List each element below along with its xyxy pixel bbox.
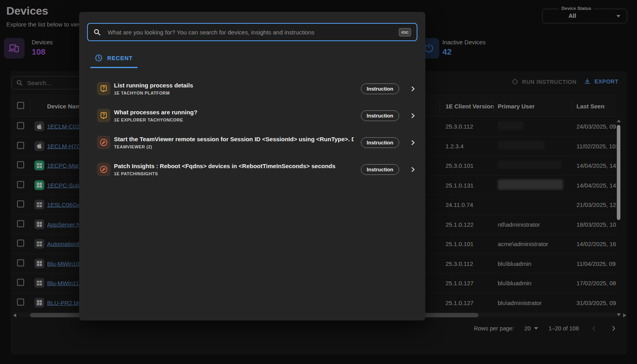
- chevron-right-icon[interactable]: [410, 167, 416, 173]
- result-title: Patch Insights : Reboot <Fqdns> devices …: [114, 163, 354, 169]
- result-type-badge: Instruction: [361, 164, 399, 175]
- chevron-right-icon[interactable]: [410, 140, 416, 146]
- global-search-field[interactable]: esc: [87, 23, 417, 41]
- tab-active-indicator: [90, 67, 138, 68]
- result-category: 1E EXPLORER TACHYONCORE: [114, 118, 354, 122]
- result-title: Start the TeamViewer remote session for …: [114, 136, 354, 142]
- search-icon: [93, 28, 101, 36]
- tab-recent-label: RECENT: [107, 55, 133, 61]
- recent-results-list: ? List running process details 1E TACHYO…: [79, 75, 425, 183]
- question-bubble-icon: ?: [97, 82, 110, 95]
- esc-key-hint: esc: [399, 28, 411, 36]
- wrench-icon: [97, 136, 110, 149]
- search-result-item[interactable]: Start the TeamViewer remote session for …: [97, 129, 416, 156]
- wrench-icon: [97, 163, 110, 176]
- global-search-input[interactable]: [107, 28, 399, 36]
- svg-text:?: ?: [102, 85, 105, 90]
- svg-text:?: ?: [102, 112, 105, 117]
- search-result-item[interactable]: ? List running process details 1E TACHYO…: [97, 75, 416, 102]
- tab-recent[interactable]: RECENT: [95, 54, 133, 62]
- question-bubble-icon: ?: [97, 109, 110, 122]
- global-search-modal: esc RECENT ? List running process detail…: [79, 12, 425, 320]
- result-type-badge: Instruction: [361, 83, 399, 94]
- result-category: TEAMVIEWER (2): [114, 144, 354, 149]
- result-category: 1E TACHYON PLATFORM: [114, 91, 354, 95]
- result-title: What processes are running?: [114, 109, 354, 116]
- chevron-right-icon[interactable]: [410, 86, 416, 92]
- result-type-badge: Instruction: [361, 110, 399, 121]
- result-category: 1E PATCHINSIGHTS: [114, 171, 354, 176]
- result-title: List running process details: [114, 82, 354, 89]
- result-type-badge: Instruction: [361, 137, 399, 148]
- search-result-item[interactable]: ? What processes are running? 1E EXPLORE…: [97, 102, 416, 129]
- devices-page: Devices Explore the list below to view D…: [0, 0, 637, 364]
- clock-icon: [95, 54, 102, 62]
- search-result-item[interactable]: Patch Insights : Reboot <Fqdns> devices …: [97, 156, 416, 183]
- chevron-right-icon[interactable]: [410, 113, 416, 119]
